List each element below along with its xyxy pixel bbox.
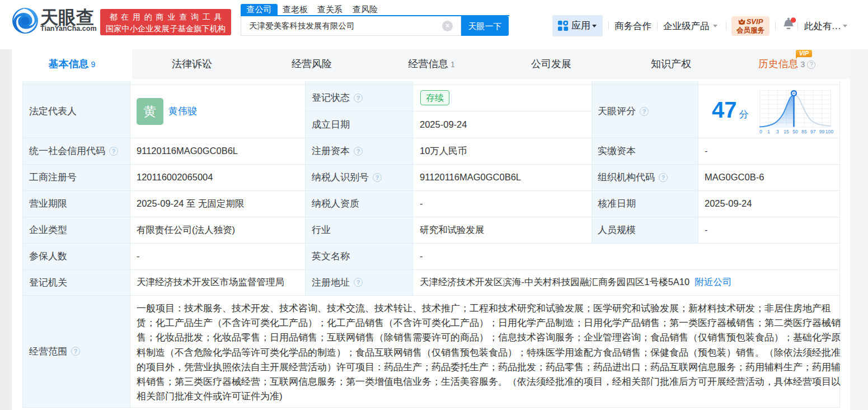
- svg-text:0: 0: [759, 129, 762, 134]
- svg-text:1: 1: [767, 129, 770, 134]
- svg-text:97: 97: [810, 129, 816, 134]
- svg-text:50: 50: [792, 129, 798, 134]
- svg-text:15: 15: [783, 129, 789, 134]
- svg-text:100: 100: [825, 129, 834, 134]
- svg-text:85: 85: [801, 129, 807, 134]
- svg-text:99: 99: [819, 129, 825, 134]
- svg-text:3: 3: [776, 129, 779, 134]
